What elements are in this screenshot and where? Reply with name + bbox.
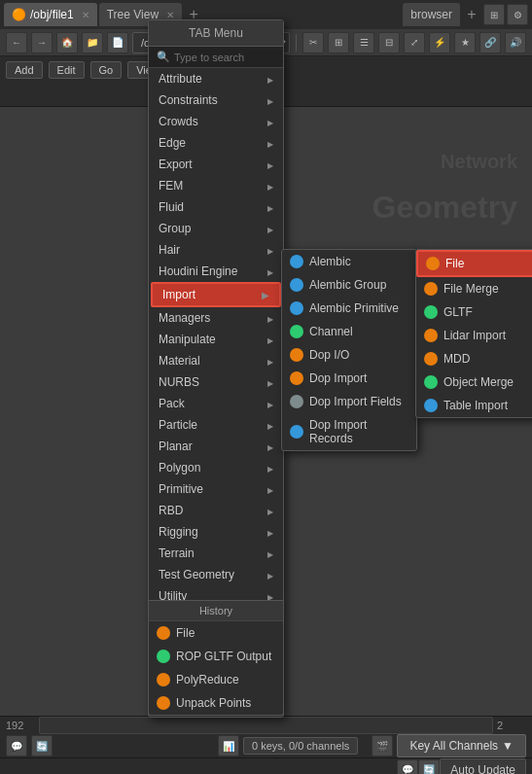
submenu-alembic-primitive[interactable]: Alembic Primitive — [282, 297, 416, 320]
polygon-arrow — [267, 463, 273, 474]
menu-item-export[interactable]: Export — [149, 154, 283, 175]
cut-btn[interactable]: ✂ — [302, 32, 324, 53]
constraints-arrow — [267, 95, 273, 106]
menu-item-test-geometry[interactable]: Test Geometry — [149, 564, 283, 585]
list-btn[interactable]: ☰ — [353, 32, 374, 53]
import-arrow: ▶ — [262, 290, 269, 300]
key-all-chevron: ▼ — [502, 739, 514, 753]
layout-btn[interactable]: ⊞ — [483, 4, 505, 25]
sync-btn[interactable]: 🔄 — [418, 759, 440, 775]
channel-icon2[interactable]: 🎬 — [372, 735, 393, 756]
submenu-dop-import-records[interactable]: Dop Import Records — [282, 413, 416, 450]
menu-item-attribute[interactable]: Attribute — [149, 68, 283, 89]
crowds-label: Crowds — [159, 115, 198, 128]
submenu-dop-import[interactable]: Dop Import — [282, 367, 416, 390]
nav-add[interactable]: Add — [6, 61, 43, 79]
keys-badge: 0 keys, 0/0 channels — [243, 737, 358, 755]
back-btn[interactable]: ← — [6, 32, 27, 53]
menu-item-managers[interactable]: Managers — [149, 307, 283, 329]
material-arrow — [267, 356, 273, 367]
dop-import-records-label: Dop Import Records — [309, 418, 408, 445]
file-submenu-object-merge[interactable]: Object Merge — [416, 370, 532, 394]
channel-icon[interactable]: 📊 — [218, 735, 239, 756]
star-btn[interactable]: ★ — [454, 32, 476, 53]
rbd-arrow — [267, 506, 273, 516]
comment-btn[interactable]: 💬 — [397, 759, 418, 775]
menu-item-polygon[interactable]: Polygon — [149, 457, 283, 478]
menu-item-manipulate[interactable]: Manipulate — [149, 329, 283, 350]
filter-btn[interactable]: ⚡ — [429, 32, 450, 53]
planar-label: Planar — [159, 440, 193, 453]
rbd-label: RBD — [159, 504, 183, 517]
history-rop-gltf[interactable]: ROP GLTF Output — [149, 645, 283, 668]
menu-item-houdini-engine[interactable]: Houdini Engine — [149, 261, 283, 282]
menu-item-primitive[interactable]: Primitive — [149, 478, 283, 500]
attribute-arrow — [267, 74, 273, 85]
file-submenu-mdd[interactable]: MDD — [416, 347, 532, 370]
key-all-button[interactable]: Key All Channels ▼ — [397, 734, 526, 757]
history-polyreduce[interactable]: PolyReduce — [149, 668, 283, 691]
menu-item-terrain[interactable]: Terrain — [149, 543, 283, 564]
tab-obj-file[interactable]: 🟠 /obj/file1 ✕ — [4, 3, 97, 26]
submenu-dop-io[interactable]: Dop I/O — [282, 343, 416, 367]
menu-item-edge[interactable]: Edge — [149, 132, 283, 154]
chat-icon[interactable]: 💬 — [6, 735, 27, 756]
menu-item-crowds[interactable]: Crowds — [149, 111, 283, 132]
menu-item-import[interactable]: Import ▶ — [151, 282, 281, 307]
search-input[interactable] — [174, 52, 275, 63]
history-section: History File ROP GLTF Output PolyReduce … — [148, 600, 284, 716]
menu-item-constraints[interactable]: Constraints — [149, 89, 283, 111]
fem-arrow — [267, 181, 273, 192]
menu-item-group[interactable]: Group — [149, 218, 283, 239]
history-unpack-points[interactable]: Unpack Points — [149, 691, 283, 715]
terrain-label: Terrain — [159, 546, 195, 560]
object-merge-icon — [424, 375, 438, 389]
refresh-icon[interactable]: 🔄 — [31, 735, 53, 756]
history-file[interactable]: File — [149, 621, 283, 645]
group-arrow — [267, 224, 273, 234]
file-submenu-lidar[interactable]: Lidar Import — [416, 324, 532, 347]
nav-go[interactable]: Go — [90, 61, 123, 79]
tab-browser[interactable]: browser — [403, 3, 460, 26]
home-btn[interactable]: 🏠 — [56, 32, 78, 53]
menu-item-pack[interactable]: Pack — [149, 393, 283, 414]
tab-close-icon[interactable]: ✕ — [82, 10, 89, 20]
menu-item-fluid[interactable]: Fluid — [149, 196, 283, 218]
link-btn[interactable]: 🔗 — [479, 32, 501, 53]
file-btn[interactable]: 📄 — [107, 32, 128, 53]
submenu-channel[interactable]: Channel — [282, 320, 416, 343]
grid-btn[interactable]: ⊞ — [328, 32, 349, 53]
submenu-dop-import-fields[interactable]: Dop Import Fields — [282, 390, 416, 413]
submenu-alembic-group[interactable]: Alembic Group — [282, 273, 416, 297]
managers-arrow — [267, 313, 273, 324]
audio-btn[interactable]: 🔊 — [505, 32, 526, 53]
gltf-icon — [424, 305, 438, 319]
file-submenu-table-import[interactable]: Table Import — [416, 394, 532, 417]
node-icon: 📁 — [82, 32, 103, 53]
browser-tab-add[interactable]: + — [462, 5, 481, 24]
auto-update-button[interactable]: Auto Update — [440, 758, 526, 775]
settings-btn[interactable]: ⚙ — [507, 4, 528, 25]
menu-item-rbd[interactable]: RBD — [149, 500, 283, 521]
network-bg-label: Network — [441, 151, 517, 173]
expand-btn[interactable]: ⤢ — [404, 32, 425, 53]
managers-label: Managers — [159, 311, 210, 325]
menu-item-fem[interactable]: FEM — [149, 175, 283, 196]
menu-item-particle[interactable]: Particle — [149, 414, 283, 436]
history-title: History — [149, 601, 283, 621]
menu-item-hair[interactable]: Hair — [149, 239, 283, 261]
menu-item-material[interactable]: Material — [149, 350, 283, 371]
manipulate-label: Manipulate — [159, 333, 216, 346]
menu-item-planar[interactable]: Planar — [149, 436, 283, 457]
nav-edit[interactable]: Edit — [49, 61, 85, 79]
menu-item-nurbs[interactable]: NURBS — [149, 371, 283, 393]
file-submenu-gltf[interactable]: GLTF — [416, 300, 532, 324]
timeline[interactable] — [39, 717, 493, 734]
submenu-alembic[interactable]: Alembic — [282, 250, 416, 273]
cols-btn[interactable]: ⊟ — [378, 32, 400, 53]
tab-tree-close-icon[interactable]: ✕ — [166, 10, 174, 20]
file-submenu-file-merge[interactable]: File Merge — [416, 277, 532, 300]
menu-item-rigging[interactable]: Rigging — [149, 521, 283, 543]
file-submenu-file[interactable]: File — [416, 250, 532, 277]
fwd-btn[interactable]: → — [31, 32, 53, 53]
